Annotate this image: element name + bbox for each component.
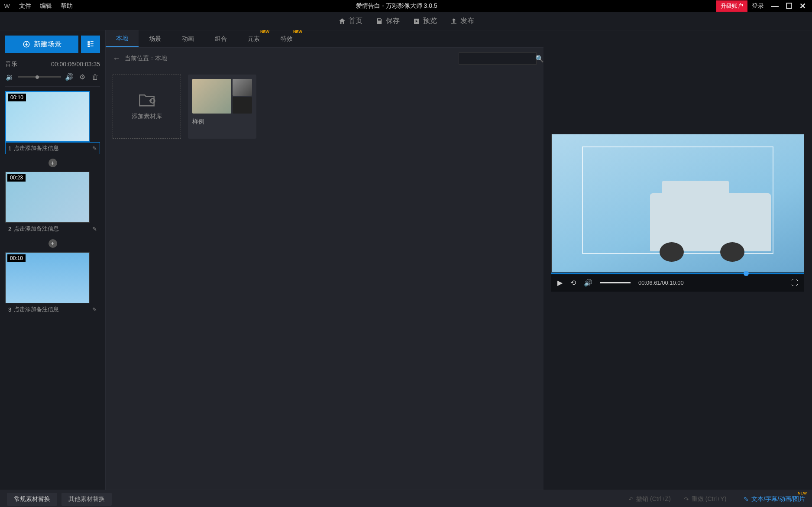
publish-button[interactable]: 发布: [450, 16, 474, 26]
minimize-button[interactable]: —: [767, 2, 782, 11]
tab-动画[interactable]: 动画: [171, 30, 204, 47]
tab-label: 元素: [248, 35, 260, 43]
menu-help[interactable]: 帮助: [56, 2, 77, 10]
scene-thumbnail-1[interactable]: 00:10: [5, 91, 90, 142]
home-icon: [338, 17, 346, 25]
loop-button[interactable]: ⟲: [570, 279, 576, 287]
preview-button[interactable]: 预览: [413, 16, 437, 26]
home-button[interactable]: 首页: [338, 16, 362, 26]
scene-caption-text[interactable]: 点击添加备注信息: [14, 306, 59, 313]
asset-folder-sample[interactable]: 样例: [188, 75, 256, 139]
tab-场景[interactable]: 场景: [139, 30, 171, 47]
preview-label: 预览: [423, 16, 437, 26]
scene-edit-caption-button[interactable]: ✎: [92, 306, 97, 313]
play-button[interactable]: ▶: [557, 279, 563, 287]
asset-thumbnails: [192, 79, 252, 114]
save-label: 保存: [386, 16, 400, 26]
tab-other-replace[interactable]: 其他素材替换: [61, 493, 112, 506]
tab-label: 动画: [182, 35, 194, 43]
insert-scene-button[interactable]: +: [49, 239, 57, 248]
tab-label: 本地: [116, 35, 128, 42]
save-icon: [375, 17, 383, 25]
home-label: 首页: [349, 16, 362, 26]
music-volume-slider[interactable]: [18, 76, 61, 78]
menu-file[interactable]: 文件: [15, 2, 36, 10]
tab-label: 组合: [215, 35, 227, 43]
fullscreen-button[interactable]: ⛶: [791, 279, 798, 287]
music-label: 音乐: [5, 60, 17, 68]
preview-viewport: [551, 134, 804, 273]
insert-scene-button[interactable]: +: [49, 159, 57, 167]
music-settings-button[interactable]: ⚙: [78, 72, 87, 82]
save-button[interactable]: 保存: [375, 16, 400, 26]
scene-thumbnail-3[interactable]: 00:10: [5, 252, 90, 303]
add-library-label: 添加素材库: [132, 113, 162, 120]
tab-元素[interactable]: 元素NEW: [237, 30, 270, 47]
search-box[interactable]: 🔍: [459, 52, 537, 65]
login-button[interactable]: 登录: [752, 2, 764, 10]
music-time: 00:00:06/00:03:35: [51, 61, 100, 68]
template-icon: [86, 40, 95, 49]
menu-edit[interactable]: 编辑: [36, 2, 56, 10]
undo-button: ↶ 撤销 (Ctrl+Z): [628, 495, 671, 503]
scene-duration-badge: 00:10: [7, 254, 26, 262]
publish-label: 发布: [460, 16, 474, 26]
music-delete-button[interactable]: 🗑: [91, 72, 100, 82]
search-icon[interactable]: 🔍: [535, 55, 544, 63]
search-input[interactable]: [463, 55, 535, 62]
template-button[interactable]: [81, 36, 100, 53]
new-badge: NEW: [260, 29, 269, 34]
scene-number: 3: [8, 306, 11, 313]
new-badge: NEW: [293, 29, 302, 34]
redo-button: ↷ 重做 (Ctrl+Y): [684, 495, 727, 503]
scene-edit-caption-button[interactable]: ✎: [92, 145, 97, 152]
app-logo: W: [3, 2, 11, 10]
folder-plus-icon: [138, 93, 155, 107]
scene-duration-badge: 00:10: [8, 94, 26, 101]
tab-组合[interactable]: 组合: [204, 30, 237, 47]
volume-up-icon[interactable]: 🔊: [65, 72, 74, 82]
upload-icon: [450, 17, 458, 25]
close-button[interactable]: ✕: [796, 1, 809, 11]
back-arrow-icon[interactable]: ←: [113, 54, 120, 63]
scene-duration-badge: 00:23: [7, 174, 26, 182]
breadcrumb: 当前位置：本地: [125, 55, 454, 62]
new-badge: NEW: [798, 491, 807, 495]
scene-caption-text[interactable]: 点击添加备注信息: [14, 144, 59, 152]
add-asset-library-button[interactable]: 添加素材库: [113, 75, 181, 139]
tab-特效[interactable]: 特效NEW: [270, 30, 303, 47]
scene-number: 2: [8, 226, 11, 232]
tab-label: 场景: [149, 35, 161, 43]
new-scene-button[interactable]: 新建场景: [5, 36, 78, 53]
text-subtitle-link[interactable]: ✎ 文本/字幕/动画/图片 NEW: [744, 495, 805, 503]
new-scene-label: 新建场景: [34, 40, 61, 49]
volume-icon[interactable]: 🔊: [584, 279, 592, 287]
preview-progress-bar[interactable]: [551, 273, 804, 274]
preview-icon: [413, 17, 421, 25]
tab-label: 特效: [281, 35, 293, 43]
volume-down-icon[interactable]: 🔉: [5, 72, 15, 82]
scene-thumbnail-2[interactable]: 00:23: [5, 172, 90, 223]
plus-circle-icon: [23, 40, 30, 48]
maximize-button[interactable]: ☐: [782, 1, 796, 11]
tab-本地[interactable]: 本地: [106, 30, 139, 47]
window-title: 爱情告白 - 万彩影像大师 3.0.5: [77, 2, 716, 10]
asset-folder-label: 样例: [192, 118, 252, 126]
preview-volume-slider[interactable]: [600, 282, 631, 283]
tab-normal-replace[interactable]: 常规素材替换: [7, 493, 57, 506]
scene-number: 1: [8, 145, 11, 152]
upgrade-account-button[interactable]: 升级账户: [716, 0, 747, 12]
scene-edit-caption-button[interactable]: ✎: [92, 226, 97, 232]
preview-time: 00:06.61/00:10.00: [638, 280, 684, 286]
scene-caption-text[interactable]: 点击添加备注信息: [14, 225, 59, 233]
